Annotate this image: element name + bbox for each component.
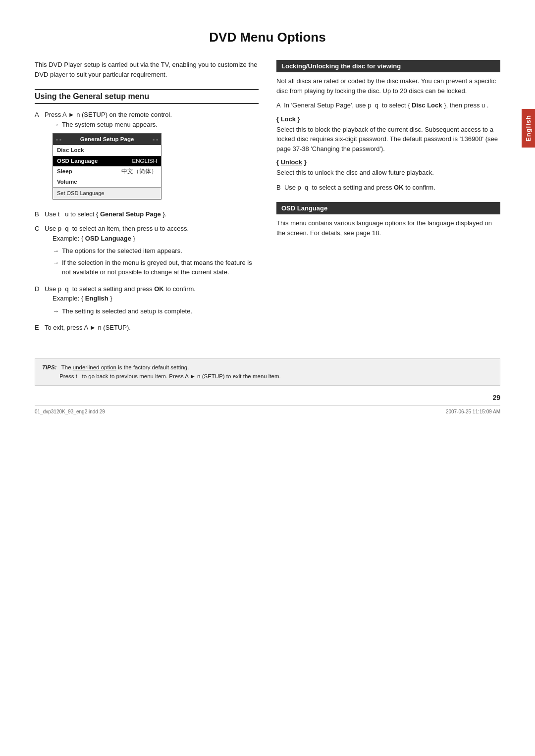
left-column: This DVD Player setup is carried out via…	[35, 60, 259, 339]
arrow-icon: →	[53, 120, 59, 130]
two-column-layout: This DVD Player setup is carried out via…	[35, 60, 500, 339]
tips-box: TIPS: The underlined option is the facto…	[35, 358, 500, 386]
disc-lock-label: Disc Lock	[57, 146, 157, 154]
step-d-sub1: → The setting is selected and setup is c…	[53, 306, 259, 316]
setup-menu-title: - - General Setup Page - -	[53, 134, 161, 145]
step-c-sub2-text: If the selection in the menu is greyed o…	[62, 258, 259, 277]
unlock-text: Select this to unlock the disc and allow…	[276, 168, 500, 178]
page-title: DVD Menu Options	[35, 30, 500, 45]
menu-row-volume: Volume	[53, 177, 161, 187]
step-d-content: Use p q to select a setting and press OK…	[45, 284, 259, 318]
step-d-text: Use p q to select a setting and press OK…	[45, 285, 196, 293]
step-a-text: Press A ► n (SETUP) on the remote contro…	[45, 111, 172, 118]
step-e-text: To exit, press A ► n (SETUP).	[45, 324, 131, 331]
step-c: C Use p q to select an item, then press …	[35, 224, 259, 279]
english-tab: English	[522, 109, 535, 148]
osd-header: OSD Language	[276, 202, 500, 214]
title-left: - -	[56, 135, 61, 144]
step-a: A Press A ► n (SETUP) on the remote cont…	[35, 110, 259, 204]
sleep-value: 中文（简体）	[121, 167, 157, 176]
step-b-letter: B	[35, 209, 42, 219]
footer-right: 2007-06-25 11:15:09 AM	[446, 409, 500, 414]
step-b-text: Use t u to select { General Setup Page }…	[45, 210, 166, 218]
step-a-letter: A	[35, 110, 42, 204]
setup-menu-box: - - General Setup Page - - Disc Lock OSD…	[53, 133, 161, 200]
locking-header: Locking/Unlocking the disc for viewing	[276, 60, 500, 72]
menu-row-osd-language: OSD Language ENGLISH	[53, 156, 161, 166]
volume-label: Volume	[57, 178, 157, 186]
title-right: - -	[153, 135, 158, 144]
arrow-icon-c2: →	[53, 258, 59, 277]
step-b: B Use t u to select { General Setup Page…	[35, 209, 259, 219]
step-d: D Use p q to select a setting and press …	[35, 284, 259, 318]
tips-label: TIPS:	[42, 364, 56, 370]
step-c-sub2: → If the selection in the menu is greyed…	[53, 258, 259, 277]
locking-step-a: A In 'General Setup Page', use p q to se…	[276, 101, 500, 110]
arrow-icon-d1: →	[53, 306, 59, 316]
step-c-sub1: → The options for the selected item appe…	[53, 246, 259, 256]
step-e-content: To exit, press A ► n (SETUP).	[45, 323, 259, 333]
underlined-option: underlined option	[73, 364, 116, 370]
lock-heading: { Lock }	[276, 115, 500, 123]
step-c-content: Use p q to select an item, then press u …	[45, 224, 259, 279]
step-c-sub1-text: The options for the selected item appear…	[62, 246, 182, 256]
footer-info: 01_dvp3120K_93_eng2.indd 29 2007-06-25 1…	[35, 405, 500, 414]
osd-text: This menu contains various language opti…	[276, 218, 500, 238]
sleep-label: Sleep	[57, 167, 121, 176]
steps-list: A Press A ► n (SETUP) on the remote cont…	[35, 110, 259, 333]
unlock-heading: { Unlock }	[276, 158, 500, 166]
step-c-example: Example: { OSD Language }	[53, 234, 259, 244]
osd-language-label: OSD Language	[57, 157, 132, 165]
locking-intro: Not all discs are rated or coded by the …	[276, 76, 500, 96]
setup-menu-footer: Set OSD Language	[53, 187, 161, 199]
arrow-icon-c1: →	[53, 246, 59, 256]
step-c-text: Use p q to select an item, then press u …	[45, 225, 189, 232]
osd-language-value: ENGLISH	[132, 157, 158, 165]
step-a-content: Press A ► n (SETUP) on the remote contro…	[45, 110, 259, 204]
step-d-example: Example: { English }	[53, 294, 259, 303]
footer-left: 01_dvp3120K_93_eng2.indd 29	[35, 409, 105, 414]
lock-text: Select this to block the playback of the…	[276, 125, 500, 154]
menu-row-sleep: Sleep 中文（简体）	[53, 166, 161, 177]
step-a-sub: → The system setup menu appears.	[53, 120, 259, 130]
step-d-sub1-text: The setting is selected and setup is com…	[62, 306, 192, 316]
menu-row-disc-lock: Disc Lock	[53, 145, 161, 155]
step-b-content: Use t u to select { General Setup Page }…	[45, 209, 259, 219]
step-a-sub-text: The system setup menu appears.	[62, 120, 158, 130]
title-center: General Setup Page	[80, 135, 134, 144]
page-container: English DVD Menu Options This DVD Player…	[0, 0, 535, 756]
general-setup-heading: Using the General setup menu	[35, 89, 259, 104]
step-e-letter: E	[35, 323, 42, 333]
page-number: 29	[35, 394, 500, 402]
intro-text: This DVD Player setup is carried out via…	[35, 60, 259, 79]
right-column: Locking/Unlocking the disc for viewing N…	[276, 60, 500, 339]
step-e: E To exit, press A ► n (SETUP).	[35, 323, 259, 333]
step-c-letter: C	[35, 224, 42, 279]
step-d-letter: D	[35, 284, 42, 318]
locking-step-b: B Use p q to select a setting and press …	[276, 183, 500, 193]
